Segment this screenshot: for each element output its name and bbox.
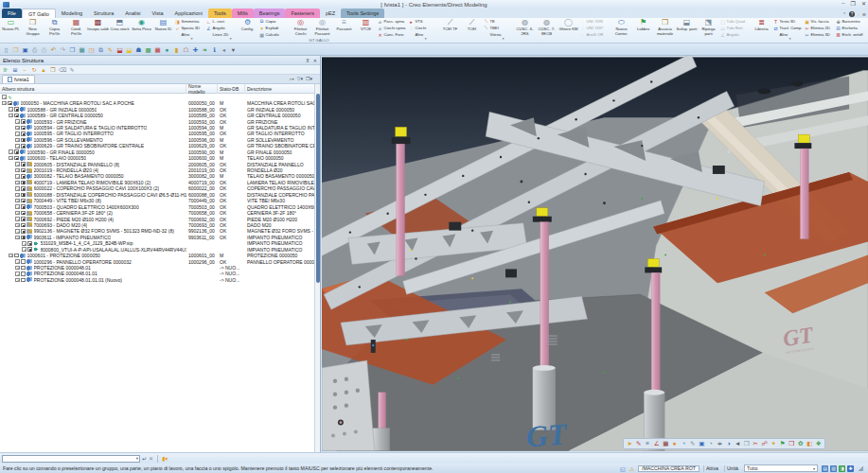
expander-icon[interactable] xyxy=(9,107,13,112)
person-icon[interactable]: ☖ xyxy=(182,45,190,54)
ribbon-tab[interactable]: Vista xyxy=(146,9,168,18)
row-checkbox[interactable] xyxy=(27,247,32,252)
ribbon-small-button[interactable]: ▦ Calcolo xyxy=(258,32,290,38)
ribbon-button[interactable]: ▥ VTCE xyxy=(355,18,377,39)
world-tool-icon[interactable]: ◔ xyxy=(707,439,716,448)
add-node-icon[interactable]: ⊞ xyxy=(11,66,19,74)
ribbon-small-button[interactable]: ▣ Vis. faccia xyxy=(804,19,835,25)
close-panel-icon[interactable]: ✕ xyxy=(313,58,317,63)
active-document[interactable]: /MACCHINA CREA ROT xyxy=(638,465,700,472)
ribbon-tab[interactable]: Fasteners xyxy=(285,9,319,18)
clear-icon[interactable]: ⌫ xyxy=(59,66,66,74)
ribbon-small-button[interactable]: Altro xyxy=(772,32,804,38)
tree-row[interactable]: 2001019 - RONDELLA Ø20 (4) 2001019_00 OK… xyxy=(0,167,320,173)
minimize-button[interactable]: – xyxy=(841,0,844,7)
redo-icon[interactable]: ↷ xyxy=(59,45,67,54)
column-albero[interactable]: Albero struttura xyxy=(0,84,186,94)
sphere-icon[interactable]: ● xyxy=(163,45,171,54)
expander-icon[interactable] xyxy=(15,199,20,203)
expander-icon[interactable] xyxy=(15,131,20,136)
copy-icon[interactable]: ⧉ xyxy=(97,45,105,54)
ribbon-button[interactable]: ⟋ TCEI xyxy=(461,18,483,39)
ribbon-small-button[interactable]: ✶ Esplodi xyxy=(258,26,290,31)
ribbon-small-button[interactable]: Viteria xyxy=(483,32,514,38)
row-checkbox[interactable] xyxy=(21,162,26,166)
tree-row[interactable]: 9902136 - MAGNETE Ø32 FORO SVMS - 501323… xyxy=(0,228,320,234)
globe-tool-icon[interactable]: ◔ xyxy=(680,439,688,448)
ribbon-small-button[interactable]: ∟ L. cost. xyxy=(205,19,237,25)
ribbon-tab[interactable]: Tools xyxy=(208,9,232,18)
tree-row[interactable]: 6000088 - DISTANZIALE COPERCHIO PASSAGGI… xyxy=(0,192,320,198)
expander-icon[interactable] xyxy=(15,266,20,271)
ribbon-button[interactable]: ⬒ Crea stock xyxy=(109,18,131,39)
ribbon-small-button[interactable]: ▭ Tubi Rett. xyxy=(719,26,751,31)
ribbon-button[interactable]: ▩ Insepa saldi xyxy=(87,18,109,39)
ribbon-button[interactable]: ▤ Nuovo ID xyxy=(152,18,174,39)
ribbon-button[interactable]: ◎ Filettati Passanti xyxy=(311,18,333,39)
tree-row[interactable]: 6000022 - COPERCHIO PASSAGGIO CAVI 100X1… xyxy=(0,185,320,191)
tree-row[interactable]: 7000658 - CERNIERA 3F-2F 180° (2) 700065… xyxy=(0,210,320,216)
expander-icon[interactable] xyxy=(15,272,20,276)
tree-root-row[interactable]: ✎ xyxy=(0,94,320,100)
enter-command-icon[interactable]: ↵ xyxy=(142,455,147,462)
new-icon[interactable]: ▯ xyxy=(2,45,10,54)
lock-red-icon[interactable]: ⬓ xyxy=(115,45,124,54)
tree-row[interactable]: 9903611 - IMPIANTO PNEUMATICO 9903611_00… xyxy=(0,235,320,240)
sphere-tool-icon[interactable]: ● xyxy=(671,439,680,448)
users-icon[interactable]: ☗ xyxy=(134,45,143,54)
angle-tool-icon[interactable]: ∠ xyxy=(653,439,662,448)
info-icon[interactable]: ℹ xyxy=(210,45,219,54)
remove-node-icon[interactable]: − xyxy=(21,66,28,74)
row-checkbox[interactable] xyxy=(21,204,26,209)
warning-icon[interactable]: ⚠ xyxy=(629,465,634,472)
tree-row[interactable]: 1000595 - GR TAGLIO INTERROTTO 1000595_0… xyxy=(0,131,320,136)
help-icon[interactable]: ? xyxy=(849,11,855,17)
tree-row[interactable]: 7000693 - DADO M20 (4) 7000693_00 OK DAD… xyxy=(0,222,320,228)
maximize-button[interactable]: ❐ xyxy=(851,0,856,7)
ribbon-tab[interactable]: Tools Settings xyxy=(341,9,384,18)
grid-tool-icon[interactable]: ▦ xyxy=(662,439,670,448)
tree-row[interactable]: 1000601 - PROTEZIONE 0000050 1000601_00 … xyxy=(0,253,320,258)
ribbon-button[interactable]: ◍ CUSC. 7-8ECB xyxy=(536,18,558,39)
ribbon-small-button[interactable]: ⌀ Pass. spina xyxy=(377,19,408,25)
row-checkbox[interactable] xyxy=(21,126,26,131)
expander-icon[interactable] xyxy=(15,186,20,191)
ribbon-tab[interactable]: Applicazioni xyxy=(169,9,208,18)
row-checkbox[interactable] xyxy=(21,119,26,124)
row-checkbox[interactable] xyxy=(21,211,26,216)
row-checkbox[interactable] xyxy=(14,254,19,258)
expander-icon[interactable] xyxy=(15,193,20,198)
tab-fvista1[interactable]: fvista1 xyxy=(2,75,35,83)
ribbon-button[interactable]: ❒ Associa materiale xyxy=(654,18,676,39)
undo-icon[interactable]: ↶ xyxy=(49,45,58,54)
row-checkbox[interactable] xyxy=(21,174,26,179)
row-checkbox[interactable] xyxy=(21,144,26,149)
ribbon-button[interactable]: ⟋ TCEI TF xyxy=(439,18,461,39)
ribbon-small-button[interactable]: ∠ Angolo xyxy=(205,26,237,31)
screen-tool-icon[interactable]: ▣ xyxy=(698,439,706,448)
open-icon[interactable]: ❒ xyxy=(11,45,20,54)
ribbon-small-button[interactable]: ⊠ Etich. on/off xyxy=(835,32,866,38)
resize-grip[interactable] xyxy=(858,465,863,471)
expander-icon[interactable] xyxy=(15,126,20,131)
ribbon-small-button[interactable]: ➶ Sposta 3D xyxy=(174,26,205,31)
row-checkbox[interactable] xyxy=(21,131,26,136)
expander-icon[interactable] xyxy=(9,149,13,154)
expander-icon[interactable] xyxy=(15,168,20,173)
style-icon[interactable]: ⊜ xyxy=(862,11,866,17)
filter-icon[interactable]: ▽▾ xyxy=(297,76,303,82)
row-checkbox[interactable] xyxy=(21,229,26,234)
expander-icon[interactable] xyxy=(15,278,20,283)
tree-row[interactable]: 1000296 - PANNELLO OPERATORE 0000032 100… xyxy=(0,258,320,264)
expander-icon[interactable] xyxy=(15,223,20,228)
ribbon-small-button[interactable]: ⟍ TBEI xyxy=(483,26,514,31)
leaf-icon[interactable]: ❧ xyxy=(201,45,209,54)
tree-row[interactable]: 7000503 - QUADRO ELETTRICO 1400X600X300 … xyxy=(0,203,320,209)
cut-tool-icon[interactable]: ✂ xyxy=(752,439,760,448)
ribbon-button[interactable]: ≡ Passanti xyxy=(333,18,355,39)
ribbon-button[interactable]: ⧉ Copia Prt/Gr xyxy=(44,18,65,39)
ribbon-tab[interactable]: File xyxy=(2,9,22,18)
close-button[interactable]: ✕ xyxy=(861,0,866,7)
tree-row[interactable]: 1000594 - GR SALDATURA E TAGLIO INTERROT… xyxy=(0,125,320,131)
expander-icon[interactable] xyxy=(2,101,7,106)
